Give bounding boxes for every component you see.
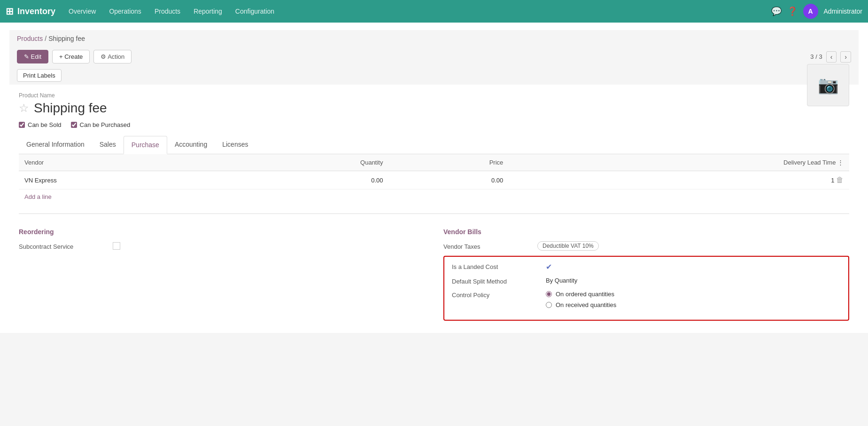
default-split-method-field: Default Split Method By Quantity [452, 277, 841, 285]
default-split-method-value: By Quantity [546, 277, 577, 284]
action-button[interactable]: ⚙ Action [93, 50, 132, 63]
bottom-grid: Reordering Subcontract Service Vendor Bi… [19, 223, 849, 325]
col-quantity: Quantity [226, 154, 389, 171]
topnav: ⊞ Inventory Overview Operations Products… [0, 0, 868, 23]
add-line-button[interactable]: Add a line [19, 189, 849, 204]
vendor-taxes-badge[interactable]: Deductible VAT 10% [537, 241, 599, 251]
breadcrumb-separator: / [45, 35, 46, 42]
prev-button[interactable]: ‹ [826, 51, 837, 63]
main-content: Products / Shipping fee ✎ Edit + Create … [0, 23, 868, 333]
camera-icon: 📷 [818, 75, 839, 95]
vendor-table: Vendor Quantity Price Delivery Lead Time… [19, 154, 849, 189]
create-button[interactable]: + Create [52, 50, 90, 63]
vendor-price[interactable]: 0.00 [388, 171, 509, 189]
product-photo[interactable]: 📷 [807, 64, 849, 106]
nav-reporting[interactable]: Reporting [188, 5, 228, 18]
vendor-taxes-value: Deductible VAT 10% [537, 242, 599, 249]
vendor-bills-section: Vendor Bills Vendor Taxes Deductible VAT… [443, 228, 849, 321]
can-be-sold-checkbox[interactable] [19, 122, 25, 128]
subcontract-service-checkbox[interactable] [113, 242, 120, 250]
vendor-taxes-field: Vendor Taxes Deductible VAT 10% [443, 242, 849, 250]
is-landed-cost-value: ✔ [546, 262, 552, 271]
landed-cost-box: Is a Landed Cost ✔ Default Split Method … [443, 256, 849, 321]
reordering-title: Reordering [19, 228, 425, 236]
nav-operations[interactable]: Operations [103, 5, 147, 18]
vendor-taxes-label: Vendor Taxes [443, 242, 537, 250]
vendor-quantity[interactable]: 0.00 [226, 171, 389, 189]
received-quantities-label: On received quantities [556, 301, 616, 308]
is-landed-cost-label: Is a Landed Cost [452, 262, 546, 270]
control-policy-field: Control Policy On ordered quantities On … [452, 291, 841, 308]
can-be-purchased-checkbox[interactable] [71, 122, 77, 128]
topnav-right: 💬 ❓ A Administrator [771, 4, 862, 19]
vendor-bills-title: Vendor Bills [443, 228, 849, 236]
reordering-section: Reordering Subcontract Service [19, 228, 425, 321]
product-name: Shipping fee [34, 101, 107, 116]
tab-purchase[interactable]: Purchase [124, 136, 167, 154]
col-lead-time: Delivery Lead Time ⋮ [509, 154, 849, 171]
print-labels-button[interactable]: Print Labels [17, 69, 62, 82]
nav-configuration[interactable]: Configuration [230, 5, 280, 18]
can-be-purchased-label: Can be Purchased [80, 121, 131, 128]
ordered-quantities-label: On ordered quantities [556, 291, 614, 298]
vendor-lead-time[interactable]: 1 🗑 [509, 171, 849, 189]
vendor-name[interactable]: VN Express [19, 171, 226, 189]
table-row: VN Express 0.00 0.00 1 🗑 [19, 171, 849, 189]
product-checkboxes: Can be Sold Can be Purchased [19, 121, 849, 128]
tab-accounting[interactable]: Accounting [167, 136, 215, 154]
radio-received-quantities-input[interactable] [546, 302, 552, 308]
tab-sales[interactable]: Sales [92, 136, 124, 154]
chat-icon[interactable]: 💬 [771, 6, 782, 16]
admin-name: Administrator [824, 8, 862, 15]
breadcrumb: Products / Shipping fee [9, 30, 859, 47]
product-tabs: General Information Sales Purchase Accou… [19, 136, 849, 154]
pager: 3 / 3 ‹ › [810, 51, 851, 63]
col-price: Price [388, 154, 509, 171]
edit-button[interactable]: ✎ Edit [17, 50, 48, 63]
next-button[interactable]: › [840, 51, 851, 63]
radio-ordered-quantities-input[interactable] [546, 291, 552, 297]
section-divider [19, 213, 849, 214]
secondary-bar: Print Labels [9, 66, 859, 85]
help-icon[interactable]: ❓ [787, 6, 798, 16]
tab-licenses[interactable]: Licenses [215, 136, 256, 154]
pager-text: 3 / 3 [810, 53, 822, 60]
table-settings-icon[interactable]: ⋮ [837, 159, 844, 166]
is-landed-cost-field: Is a Landed Cost ✔ [452, 262, 841, 271]
control-policy-label: Control Policy [452, 291, 546, 299]
radio-received-quantities[interactable]: On received quantities [546, 301, 616, 308]
breadcrumb-current: Shipping fee [48, 35, 85, 42]
breadcrumb-parent[interactable]: Products [17, 35, 43, 42]
product-name-label: Product Name [19, 92, 849, 99]
col-vendor: Vendor [19, 154, 226, 171]
can-be-purchased-field[interactable]: Can be Purchased [71, 121, 131, 128]
star-icon[interactable]: ☆ [19, 102, 29, 115]
control-policy-options: On ordered quantities On received quanti… [546, 291, 616, 308]
grid-icon: ⊞ [6, 6, 14, 17]
tab-general-information[interactable]: General Information [19, 136, 92, 154]
subcontract-service-label: Subcontract Service [19, 242, 113, 250]
app-logo[interactable]: ⊞ Inventory [6, 6, 55, 17]
can-be-sold-field[interactable]: Can be Sold [19, 121, 62, 128]
avatar: A [803, 4, 818, 19]
product-title: ☆ Shipping fee [19, 101, 807, 116]
radio-ordered-quantities[interactable]: On ordered quantities [546, 291, 616, 298]
nav-overview[interactable]: Overview [63, 5, 101, 18]
action-bar: ✎ Edit + Create ⚙ Action 3 / 3 ‹ › [9, 47, 859, 66]
can-be-sold-label: Can be Sold [28, 121, 62, 128]
product-section: 📷 Product Name ☆ Shipping fee Can be Sol… [9, 85, 859, 325]
app-name: Inventory [17, 7, 55, 16]
nav-products[interactable]: Products [149, 5, 186, 18]
subcontract-service-field: Subcontract Service [19, 242, 425, 250]
topnav-menu: Overview Operations Products Reporting C… [63, 5, 767, 18]
default-split-method-label: Default Split Method [452, 277, 546, 285]
delete-row-icon[interactable]: 🗑 [836, 176, 844, 184]
